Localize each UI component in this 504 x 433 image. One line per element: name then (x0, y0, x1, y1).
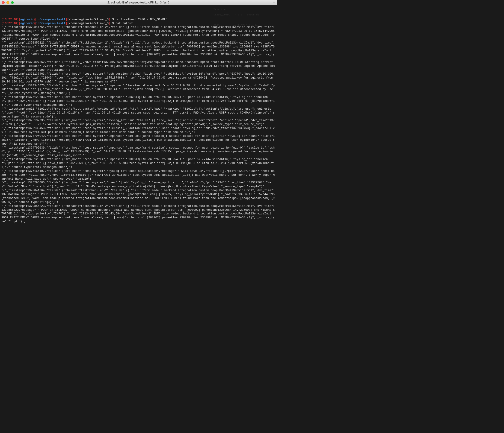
output-line: '{"_timestamp":1370856223,"fields":{"thr… (1, 41, 275, 60)
prompt-line: [13:27:46][eginorio@infra-opsec-test1][/… (1, 22, 275, 26)
expand-icon[interactable]: ⤢ (273, 1, 275, 4)
output-line: '{"_timestamp":1370841764,"fields":{"thr… (1, 189, 275, 204)
minimize-button[interactable] (7, 1, 9, 4)
window-title: 2. eginorio@infra-opsec-test1:~/Plinko_3… (0, 1, 277, 4)
window-titlebar: 2. eginorio@infra-opsec-test1:~/Plinko_3… (0, 0, 277, 5)
output-line: '{"_timestamp":1375137463,"fields":{"src… (1, 72, 275, 84)
terminal-content: [13:27:40][eginorio@infra-opsec-test1][/… (1, 18, 275, 224)
output-line: '{"_timestamp":null,"fields":{"src_host"… (1, 107, 275, 119)
traffic-lights (2, 1, 14, 4)
output-line: '{"_timestamp":1370856223,"fields":{"thr… (1, 204, 275, 224)
output-line: '{"_timestamp":1375120683,"fields":{"src… (1, 95, 275, 107)
output-line: '{"_timestamp":1375295685,"fields":{"src… (1, 181, 275, 189)
output-line: '{"_timestamp":1370897862,"fields":{"fie… (1, 60, 275, 72)
terminal-area[interactable]: Trea treDEBUG_OUTPUT => 1|0 - Shows de D… (0, 5, 277, 233)
output-line: '{"_timestamp":1375166107,"fields":{"src… (1, 169, 275, 181)
output-line: '{"_timestamp":1374795040,"fields":{"src… (1, 134, 275, 146)
maximize-button[interactable] (11, 1, 14, 4)
output-line: '{"_timestamp":1370841764,"fields":{"thr… (1, 25, 275, 41)
output-line: '{"_timestamp":1375120683,"fields":{"src… (1, 157, 275, 169)
close-button[interactable] (2, 1, 5, 4)
output-line: '{"_timestamp":1375137735,"fields":{"src… (1, 119, 275, 126)
prompt-line: [13:27:40][eginorio@infra-opsec-test1][/… (1, 18, 275, 22)
output-line: '{"_timestamp":1374795039,"fields":{"src… (1, 146, 275, 158)
output-line: '{"_timestamp":1374345670,"fields":{"src… (1, 84, 275, 95)
output-line: '{"_timestamp":1375139453,"fields":{"src… (1, 126, 275, 134)
